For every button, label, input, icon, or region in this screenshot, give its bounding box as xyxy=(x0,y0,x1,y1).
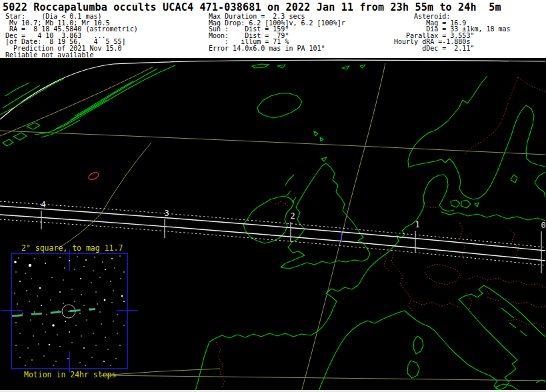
event-info-block: Max Duration = 2.3 secs Mag Drop: 6.2 [1… xyxy=(209,13,345,52)
star-dot xyxy=(14,261,17,263)
star-dot xyxy=(93,333,93,333)
star-dot xyxy=(15,271,16,272)
error-ellipse-layer xyxy=(87,171,99,181)
star-dot xyxy=(71,342,72,343)
star-dot xyxy=(43,355,44,356)
star-dot xyxy=(41,305,42,306)
star-dot xyxy=(63,279,63,280)
star-dot xyxy=(69,331,70,333)
star-dot xyxy=(64,267,65,269)
star-dot xyxy=(79,313,81,314)
star-dot xyxy=(26,290,27,291)
star-dot xyxy=(117,333,117,333)
time-tick-label-0: 0 xyxy=(541,221,545,230)
star-dot xyxy=(83,347,85,349)
star-dot xyxy=(22,313,23,313)
star-chart-title: 2° square, to mag 11.7 xyxy=(21,243,123,253)
star-dot xyxy=(15,345,17,346)
time-tick-label-3: 3 xyxy=(164,209,169,218)
star-dot xyxy=(18,257,19,259)
star-dot xyxy=(123,301,125,302)
error-ellipse xyxy=(87,171,99,181)
star-chart-footer: Motion in 24hr steps xyxy=(24,370,116,379)
star-dot xyxy=(33,335,34,337)
star-dot xyxy=(77,256,77,257)
star-dot xyxy=(114,267,115,268)
star-dot xyxy=(95,291,96,292)
star-dot xyxy=(53,365,53,365)
star-dot xyxy=(69,311,70,312)
star-dot xyxy=(94,257,95,257)
star-dot xyxy=(123,325,124,325)
star-dot xyxy=(29,301,29,301)
star-dot xyxy=(86,319,87,320)
star-dot xyxy=(69,260,70,261)
star-dot xyxy=(17,303,18,305)
star-dot xyxy=(30,319,31,320)
star-dot xyxy=(117,314,117,315)
star-dot xyxy=(83,266,85,267)
star-chart-inset xyxy=(1,249,138,373)
star-dot xyxy=(31,278,31,279)
star-dot xyxy=(97,303,98,305)
star-dot xyxy=(83,305,84,305)
star-dot xyxy=(27,347,28,348)
star-dot xyxy=(31,359,33,361)
star-dot xyxy=(19,333,20,333)
star-dot xyxy=(19,357,20,357)
star-dot xyxy=(59,291,61,293)
star-dot xyxy=(91,357,92,357)
star-dot xyxy=(55,361,56,361)
star-dot xyxy=(65,321,66,322)
star-dot xyxy=(15,322,17,323)
occult-prediction-window: 43210 5022 Roccapalumba occults UCAC4 47… xyxy=(0,0,546,392)
star-dot xyxy=(99,311,100,312)
prediction-header: 5022 Roccapalumba occults UCAC4 471-0386… xyxy=(0,0,546,58)
star-dot xyxy=(25,273,26,274)
star-dot xyxy=(101,323,102,325)
time-tick-label-4: 4 xyxy=(41,200,45,209)
star-dot xyxy=(14,293,15,293)
asteroid-info-block: Asteroid: Mag = 16.9 Dia = 33 ±1km, 18 m… xyxy=(390,13,511,52)
star-dot xyxy=(103,361,105,362)
star-dot xyxy=(102,261,103,263)
star-dot xyxy=(71,289,72,289)
star-dot xyxy=(37,295,37,296)
occultation-path-map[interactable]: 43210 xyxy=(0,0,546,392)
star-dot xyxy=(63,303,64,304)
star-dot xyxy=(39,287,41,289)
star-dot xyxy=(119,255,120,256)
star-dot xyxy=(110,281,111,282)
star-dot xyxy=(105,269,106,270)
event-title: 5022 Roccapalumba occults UCAC4 471-0386… xyxy=(3,1,501,13)
star-dot xyxy=(99,277,100,277)
star-dot xyxy=(57,334,57,335)
star-dot xyxy=(42,323,43,324)
star-dot xyxy=(85,259,87,261)
star-dot xyxy=(67,358,69,359)
star-dot xyxy=(81,335,81,336)
star-dot xyxy=(81,294,82,295)
star-dot xyxy=(34,311,35,313)
country-borders-layer xyxy=(216,77,545,388)
star-dot xyxy=(58,310,59,311)
star-dot xyxy=(52,324,55,327)
star-dot xyxy=(45,263,46,264)
star-dot xyxy=(46,314,47,315)
visibility-limit-curve xyxy=(0,60,545,119)
star-dot xyxy=(121,295,123,297)
star-dot xyxy=(113,321,113,321)
star-dot xyxy=(111,302,112,303)
star-dot xyxy=(85,365,86,366)
star-dot xyxy=(74,269,75,269)
star-dot xyxy=(49,344,51,346)
star-dot xyxy=(119,345,121,346)
star-info-block: Star: (Dia < 0.1 mas) Mv 10.7; Mb 11.0; … xyxy=(5,13,138,58)
star-dot xyxy=(34,258,35,259)
star-dot xyxy=(95,345,96,345)
star-dot xyxy=(93,270,93,271)
star-dot xyxy=(110,365,111,365)
star-dot xyxy=(51,277,53,278)
star-dot xyxy=(74,301,75,301)
star-dot xyxy=(75,325,76,325)
